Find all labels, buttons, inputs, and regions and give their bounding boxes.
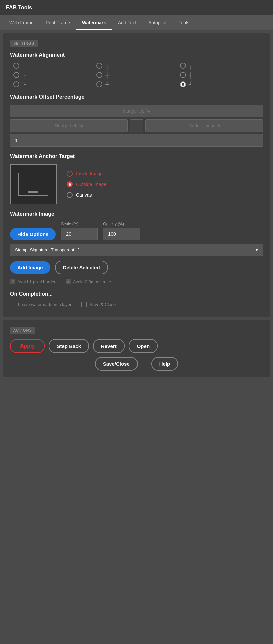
leave-watermark-label: Leave watermark on a layer (18, 302, 71, 307)
settings-label: SETTINGS (10, 40, 38, 47)
step-back-button[interactable]: Step Back (49, 339, 89, 353)
help-button[interactable]: Help (151, 357, 178, 371)
actions-row-2: Save/Close Help (10, 357, 263, 371)
alignment-bottom-left[interactable]: └ (13, 81, 93, 87)
file-name: Stamp_Signature_Transparant.tif (15, 247, 79, 252)
nudge-lr-row (10, 119, 263, 132)
anchor-radio-outside[interactable] (67, 181, 73, 187)
alignment-top-center[interactable]: ┬ (96, 63, 176, 69)
nav-tabs: Web Frame Print Frame Watermark Add Text… (0, 15, 273, 30)
dropdown-chevron-icon: ▾ (256, 247, 258, 252)
anchor-diagram (10, 164, 57, 204)
avoid-stroke-item[interactable]: Avoid 0.3mm stroke (66, 279, 111, 284)
checkbox-pair: Avoid 1 pixel border Avoid 0.3mm stroke (10, 279, 263, 284)
anchor-options: Inside Image Outside Image Canvas (67, 171, 106, 198)
title-bar: FAB Tools (0, 0, 273, 15)
apply-button[interactable]: Apply (10, 339, 45, 353)
scale-label: Scale (%) (61, 222, 98, 226)
alignment-radio-middle-right[interactable] (180, 72, 186, 78)
alignment-radio-top-left[interactable] (13, 63, 19, 69)
alignment-radio-middle-left[interactable] (13, 72, 19, 78)
offset-title: Watermark Offset Percentage (10, 94, 263, 100)
alignment-radio-bottom-left[interactable] (13, 81, 19, 87)
alignment-radio-top-right[interactable] (180, 63, 186, 69)
completion-section: On Completion... Leave watermark on a la… (10, 291, 263, 307)
anchor-label-canvas: Canvas (76, 192, 92, 198)
alignment-icon-bottom-right: ┘ (189, 81, 193, 87)
app-title: FAB Tools (6, 5, 32, 10)
open-button[interactable]: Open (129, 339, 158, 353)
alignment-middle-left[interactable]: ├ (13, 72, 93, 78)
alignment-bottom-right[interactable]: ┘ (180, 81, 260, 87)
avoid-stroke-checkbox[interactable] (66, 279, 71, 284)
alignment-bottom-center[interactable]: ┴ (96, 81, 176, 87)
tab-add-text[interactable]: Add Text (112, 15, 142, 30)
file-select-dropdown[interactable]: Stamp_Signature_Transparant.tif ▾ (10, 244, 263, 256)
alignment-icon-middle-left: ├ (22, 72, 26, 78)
alignment-radio-top-center[interactable] (96, 63, 102, 69)
nudge-right-input[interactable] (145, 119, 263, 132)
nudge-left-input[interactable] (10, 119, 128, 132)
actions-label: ACTIONS (10, 327, 35, 334)
tab-watermark[interactable]: Watermark (76, 15, 112, 30)
actions-panel: ACTIONS Apply Step Back Revert Open Save… (3, 320, 270, 377)
alignment-top-left[interactable]: ┌ (13, 63, 93, 69)
save-close-checkbox[interactable] (81, 302, 87, 307)
nudge-up-input[interactable] (10, 105, 263, 117)
anchor-label-outside: Outside Image (76, 182, 106, 187)
tab-tools[interactable]: Tools (173, 15, 196, 30)
add-image-button[interactable]: Add Image (10, 261, 50, 274)
anchor-inner-frame (18, 173, 48, 196)
alignment-grid: ┌ ┬ ┐ ├ ┼ ┤ └ ┴ (10, 63, 263, 87)
avoid-stroke-label: Avoid 0.3mm stroke (73, 279, 111, 284)
alignment-icon-middle-right: ┤ (189, 72, 193, 78)
offset-section: Watermark Offset Percentage (10, 94, 263, 147)
save-close-action-button[interactable]: Save/Close (95, 357, 138, 371)
avoid-pixel-border-item[interactable]: Avoid 1 pixel border (10, 279, 56, 284)
avoid-pixel-border-checkbox[interactable] (10, 279, 15, 284)
alignment-icon-bottom-left: └ (22, 81, 26, 87)
avoid-pixel-border-label: Avoid 1 pixel border (17, 279, 56, 284)
watermark-image-section: Watermark Image Hide Options Scale (%) O… (10, 211, 263, 284)
anchor-bar (28, 191, 38, 193)
settings-panel: SETTINGS Watermark Alignment ┌ ┬ ┐ ├ ┼ ┤ (3, 33, 270, 317)
opacity-input[interactable] (103, 228, 140, 240)
anchor-title: Watermark Anchor Target (10, 153, 263, 159)
actions-row-1: Apply Step Back Revert Open (10, 339, 263, 353)
anchor-content: Inside Image Outside Image Canvas (10, 164, 263, 204)
opacity-label: Opacity (%) (103, 222, 140, 226)
alignment-icon-bottom-center: ┴ (105, 81, 109, 87)
anchor-canvas[interactable]: Canvas (67, 192, 106, 198)
revert-button[interactable]: Revert (93, 339, 125, 353)
tab-autopilot[interactable]: Autopilot (142, 15, 172, 30)
alignment-icon-top-center: ┬ (105, 63, 109, 69)
tab-web-frame[interactable]: Web Frame (3, 15, 40, 30)
alignment-radio-bottom-right[interactable] (180, 81, 186, 87)
delete-selected-button[interactable]: Delete Selected (55, 261, 108, 274)
alignment-icon-top-right: ┐ (189, 63, 193, 69)
watermark-image-title: Watermark Image (10, 211, 263, 217)
alignment-middle-center[interactable]: ┼ (96, 72, 176, 78)
save-close-item[interactable]: Save & Close (81, 302, 116, 307)
image-action-row: Add Image Delete Selected (10, 261, 263, 274)
watermark-alignment-title: Watermark Alignment (10, 52, 263, 58)
scale-opacity-group: Scale (%) Opacity (%) (61, 222, 140, 240)
tab-print-frame[interactable]: Print Frame (40, 15, 76, 30)
opacity-group: Opacity (%) (103, 222, 140, 240)
leave-watermark-item[interactable]: Leave watermark on a layer (10, 302, 71, 307)
anchor-radio-canvas[interactable] (67, 192, 73, 198)
nudge-value-input[interactable] (10, 134, 263, 147)
anchor-outside-image[interactable]: Outside Image (67, 181, 106, 187)
anchor-label-inside: Inside Image (76, 171, 103, 176)
hide-options-button[interactable]: Hide Options (10, 228, 56, 240)
alignment-icon-middle-center: ┼ (105, 72, 109, 78)
anchor-radio-inside[interactable] (67, 171, 73, 177)
anchor-section: Watermark Anchor Target Inside Image Out… (10, 153, 263, 204)
leave-watermark-checkbox[interactable] (10, 302, 15, 307)
alignment-radio-middle-center[interactable] (96, 72, 102, 78)
scale-input[interactable] (61, 228, 98, 240)
anchor-inside-image[interactable]: Inside Image (67, 171, 106, 177)
alignment-top-right[interactable]: ┐ (180, 63, 260, 69)
alignment-middle-right[interactable]: ┤ (180, 72, 260, 78)
alignment-radio-bottom-center[interactable] (96, 81, 102, 87)
